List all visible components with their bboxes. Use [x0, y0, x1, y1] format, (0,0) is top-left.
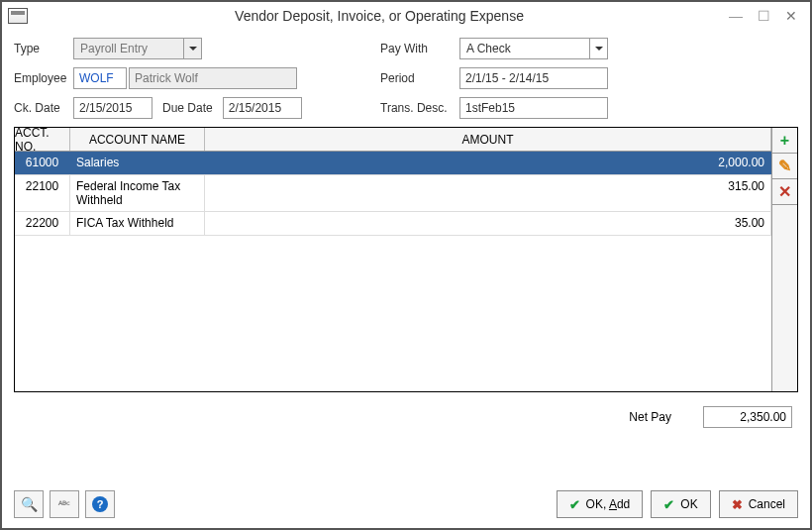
paywith-dropdown[interactable]: A Check — [459, 38, 608, 59]
grid-header: ACCT. NO. ACCOUNT NAME AMOUNT — [15, 128, 771, 152]
cell-acctno: 22200 — [15, 212, 70, 235]
cell-amount: 315.00 — [205, 175, 771, 211]
help-button[interactable]: ? — [85, 490, 115, 518]
cell-account-name: Salaries — [70, 152, 205, 174]
close-button[interactable]: ✕ — [780, 7, 802, 25]
transdesc-input[interactable] — [459, 97, 608, 119]
duedate-input[interactable] — [223, 97, 302, 119]
netpay-section: Net Pay — [2, 392, 810, 442]
app-icon — [8, 8, 28, 24]
table-row[interactable]: 22100Federal Income Tax Withheld315.00 — [15, 175, 771, 212]
cancel-button[interactable]: ✖ Cancel — [719, 490, 798, 518]
line-item-grid: ACCT. NO. ACCOUNT NAME AMOUNT 61000Salar… — [14, 127, 798, 392]
spellcheck-icon: ᴬᴮᶜ — [58, 499, 70, 510]
ok-button[interactable]: ✔ OK — [651, 490, 710, 518]
duedate-label: Due Date — [162, 101, 213, 115]
grid-toolbar: + ✎ ✕ — [771, 128, 797, 391]
magnifier-icon: 🔍 — [21, 496, 38, 512]
ckdate-label: Ck. Date — [14, 101, 73, 115]
form-section: Type Payroll Entry Pay With A Check Empl… — [2, 30, 810, 119]
date-wrap: Due Date — [73, 97, 380, 119]
dialog-window: Vendor Deposit, Invoice, or Operating Ex… — [0, 0, 812, 530]
help-icon: ? — [92, 496, 108, 512]
cell-acctno: 61000 — [15, 152, 70, 174]
header-amount: AMOUNT — [205, 128, 771, 151]
ok-label: OK — [680, 497, 697, 511]
dropdown-icon — [589, 39, 607, 58]
table-row[interactable]: 22200FICA Tax Withheld35.00 — [15, 212, 771, 236]
dropdown-icon — [183, 39, 201, 58]
spellcheck-button[interactable]: ᴬᴮᶜ — [50, 490, 79, 518]
cell-acctno: 22100 — [15, 175, 70, 211]
table-row[interactable]: 61000Salaries2,000.00 — [15, 152, 771, 175]
employee-wrap — [73, 67, 380, 89]
employee-label: Employee — [14, 71, 73, 85]
maximize-button[interactable]: ☐ — [753, 7, 774, 25]
search-button[interactable]: 🔍 — [14, 490, 44, 518]
netpay-label: Net Pay — [629, 410, 671, 424]
grid-body[interactable]: 61000Salaries2,000.0022100Federal Income… — [15, 152, 771, 391]
ok-add-label: OK, Add — [586, 497, 631, 511]
period-label: Period — [380, 71, 459, 85]
cell-account-name: Federal Income Tax Withheld — [70, 175, 205, 211]
type-dropdown[interactable]: Payroll Entry — [73, 38, 202, 59]
footer-bar: 🔍 ᴬᴮᶜ ? ✔ OK, Add ✔ OK ✖ Cancel — [14, 490, 798, 518]
ok-add-button[interactable]: ✔ OK, Add — [557, 490, 644, 518]
edit-row-button[interactable]: ✎ — [772, 154, 797, 179]
type-wrap: Payroll Entry — [73, 38, 380, 59]
period-input[interactable] — [459, 67, 608, 89]
delete-row-button[interactable]: ✕ — [772, 179, 797, 205]
paywith-value: A Check — [460, 42, 589, 55]
type-value: Payroll Entry — [74, 42, 183, 55]
grid-main: ACCT. NO. ACCOUNT NAME AMOUNT 61000Salar… — [15, 128, 771, 391]
minimize-button[interactable]: — — [725, 7, 747, 25]
paywith-label: Pay With — [380, 42, 459, 55]
check-icon: ✔ — [663, 497, 674, 512]
header-account-name: ACCOUNT NAME — [70, 128, 205, 151]
transdesc-label: Trans. Desc. — [380, 101, 459, 115]
add-row-button[interactable]: + — [772, 128, 797, 154]
title-bar: Vendor Deposit, Invoice, or Operating Ex… — [2, 2, 810, 30]
cell-account-name: FICA Tax Withheld — [70, 212, 205, 235]
type-label: Type — [14, 42, 73, 55]
header-acctno: ACCT. NO. — [15, 128, 70, 151]
window-controls: — ☐ ✕ — [725, 7, 810, 25]
cell-amount: 2,000.00 — [205, 152, 771, 174]
employee-code-input[interactable] — [73, 67, 127, 89]
check-icon: ✔ — [569, 497, 580, 512]
cell-amount: 35.00 — [205, 212, 771, 235]
cancel-label: Cancel — [749, 497, 785, 511]
netpay-value — [703, 406, 792, 428]
window-title: Vendor Deposit, Invoice, or Operating Ex… — [34, 8, 725, 24]
employee-name-input — [129, 67, 297, 89]
x-icon: ✖ — [732, 497, 743, 512]
ckdate-input[interactable] — [73, 97, 152, 119]
